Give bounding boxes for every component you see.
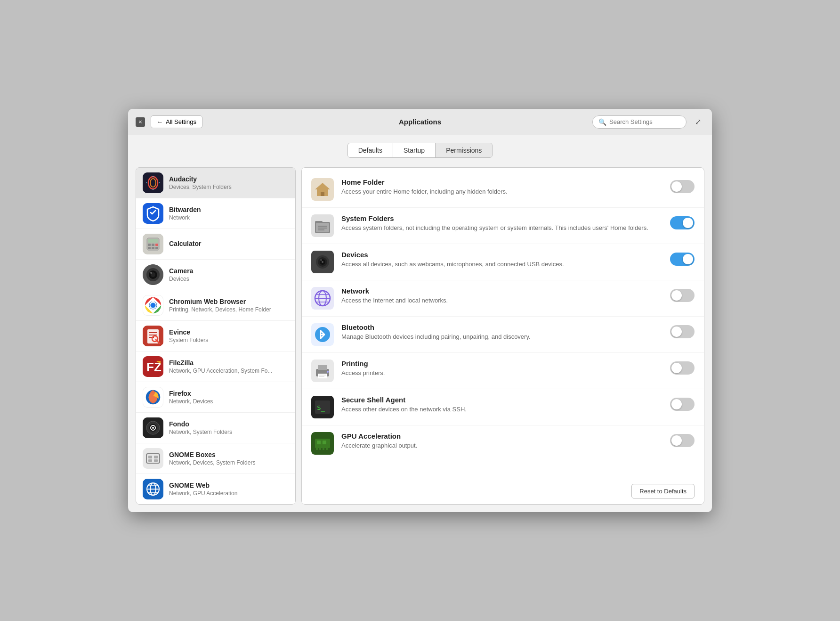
app-info-chromium: Chromium Web Browser Printing, Network, … [169, 298, 289, 313]
app-name-bitwarden: Bitwarden [169, 206, 289, 213]
app-name-gnome-web: GNOME Web [169, 482, 289, 489]
svg-rect-10 [148, 239, 158, 243]
sidebar-item-chromium[interactable]: Chromium Web Browser Printing, Network, … [136, 290, 295, 321]
tab-defaults[interactable]: Defaults [348, 143, 393, 157]
app-info-filezilla: FileZilla Network, GPU Acceleration, Sys… [169, 359, 289, 374]
app-name-camera: Camera [169, 267, 289, 275]
app-desc-firefox: Network, Devices [169, 398, 289, 405]
expand-button[interactable]: ⤢ [691, 115, 704, 129]
search-icon: 🔍 [598, 118, 606, 126]
perm-desc-network: Access the Internet and local networks. [341, 296, 662, 305]
tab-group: Defaults Startup Permissions [347, 143, 493, 158]
perm-desc-gpu: Accelerate graphical output. [341, 441, 662, 450]
main-content: Audacity Devices, System Folders Bitward… [128, 162, 712, 512]
close-button[interactable]: × [136, 117, 145, 127]
perm-item-home-folder: Home Folder Access your entire Home fold… [302, 172, 704, 208]
app-info-gnome-web: GNOME Web Network, GPU Acceleration [169, 482, 289, 497]
app-info-evince: Evince System Folders [169, 328, 289, 343]
toggle-bluetooth[interactable] [670, 325, 695, 338]
titlebar-actions: 🔍 ⤢ [592, 115, 704, 129]
perm-item-devices: Devices Access all devices, such as webc… [302, 244, 704, 280]
svg-rect-91 [317, 441, 321, 444]
toggle-devices[interactable] [670, 253, 695, 266]
toggle-home-folder[interactable] [670, 180, 695, 193]
perm-desc-devices: Access all devices, such as webcams, mic… [341, 260, 662, 269]
perm-name-ssh: Secure Shell Agent [341, 396, 662, 404]
perm-desc-home-folder: Access your entire Home folder, includin… [341, 188, 662, 196]
svg-point-27 [151, 303, 155, 308]
app-info-firefox: Firefox Network, Devices [169, 390, 289, 405]
tab-startup[interactable]: Startup [393, 143, 436, 157]
svg-text:$_: $_ [317, 404, 325, 412]
app-desc-camera: Devices [169, 276, 289, 282]
svg-rect-95 [323, 447, 324, 450]
app-info-gnome-boxes: GNOME Boxes Network, Devices, System Fol… [169, 451, 289, 466]
toggle-ssh[interactable] [670, 398, 695, 411]
sidebar-item-calculator[interactable]: Calculator [136, 229, 295, 260]
svg-rect-96 [326, 447, 328, 450]
sidebar-item-bitwarden[interactable]: Bitwarden Network [136, 198, 295, 229]
perm-text-devices: Devices Access all devices, such as webc… [341, 251, 662, 269]
app-icon-audacity [143, 172, 163, 193]
search-box[interactable]: 🔍 [592, 115, 687, 129]
svg-point-26 [152, 301, 154, 302]
sidebar-item-camera[interactable]: Camera Devices [136, 260, 295, 290]
app-icon-filezilla: FZ [143, 356, 163, 377]
reset-to-defaults-button[interactable]: Reset to Defaults [631, 484, 695, 498]
perm-text-network: Network Access the Internet and local ne… [341, 287, 662, 305]
svg-rect-14 [148, 247, 151, 249]
svg-rect-47 [154, 456, 158, 458]
app-icon-evince [143, 326, 163, 346]
toggle-system-folders[interactable] [670, 216, 695, 229]
app-info-bitwarden: Bitwarden Network [169, 206, 289, 221]
sidebar-item-filezilla[interactable]: FZ FileZilla Network, GPU Acceleration, … [136, 351, 295, 382]
svg-point-70 [322, 261, 323, 263]
perm-icon-network [311, 287, 334, 310]
perm-icon-gpu [311, 432, 334, 455]
perm-icon-devices [311, 251, 334, 273]
toggle-network[interactable] [670, 289, 695, 302]
back-button[interactable]: ← All Settings [151, 115, 202, 128]
perm-text-ssh: Secure Shell Agent Access other devices … [341, 396, 662, 414]
window-title: Applications [399, 118, 441, 126]
app-icon-camera [143, 264, 163, 285]
sidebar-item-gnome-web[interactable]: GNOME Web Network, GPU Acceleration [136, 474, 295, 504]
perm-desc-system-folders: Access system folders, not including the… [341, 224, 662, 232]
perm-item-system-folders: System Folders Access system folders, no… [302, 208, 704, 244]
sidebar-item-firefox[interactable]: Firefox Network, Devices [136, 382, 295, 413]
back-arrow-icon: ← [157, 118, 163, 125]
app-icon-firefox [143, 387, 163, 408]
perm-item-gpu: GPU Acceleration Accelerate graphical ou… [302, 425, 704, 461]
sidebar-item-evince[interactable]: Evince System Folders [136, 321, 295, 351]
app-desc-filezilla: Network, GPU Acceleration, System Fo... [169, 368, 289, 374]
sidebar-item-gnome-boxes[interactable]: GNOME Boxes Network, Devices, System Fol… [136, 443, 295, 474]
perm-icon-ssh: $_ [311, 396, 334, 418]
svg-rect-82 [318, 374, 327, 378]
svg-rect-49 [154, 459, 158, 462]
perm-desc-bluetooth: Manage Bluetooth devices including pairi… [341, 333, 662, 341]
tab-permissions[interactable]: Permissions [436, 143, 492, 157]
search-input[interactable] [609, 118, 680, 125]
app-icon-calculator [143, 234, 163, 254]
svg-rect-61 [316, 223, 329, 232]
sidebar-item-fondo[interactable]: Fondo Network, System Folders [136, 413, 295, 443]
permissions-panel: Home Folder Access your entire Home fold… [301, 167, 704, 505]
app-desc-chromium: Printing, Network, Devices, Home Folder [169, 306, 289, 313]
titlebar: × ← All Settings Applications 🔍 ⤢ [128, 109, 712, 135]
app-icon-fondo [143, 417, 163, 438]
svg-rect-12 [152, 244, 154, 246]
svg-rect-15 [152, 247, 154, 249]
sidebar-item-audacity[interactable]: Audacity Devices, System Folders [136, 168, 295, 198]
back-label: All Settings [166, 118, 196, 125]
app-desc-fondo: Network, System Folders [169, 429, 289, 435]
svg-rect-57 [321, 192, 324, 196]
perm-item-ssh: $_ Secure Shell Agent Access other devic… [302, 389, 704, 425]
toggle-printing[interactable] [670, 361, 695, 375]
toggle-gpu[interactable] [670, 434, 695, 447]
app-info-fondo: Fondo Network, System Folders [169, 420, 289, 435]
perm-text-bluetooth: Bluetooth Manage Bluetooth devices inclu… [341, 323, 662, 341]
app-desc-gnome-boxes: Network, Devices, System Folders [169, 459, 289, 466]
app-name-gnome-boxes: GNOME Boxes [169, 451, 289, 458]
app-icon-bitwarden [143, 203, 163, 224]
app-info-audacity: Audacity Devices, System Folders [169, 175, 289, 190]
